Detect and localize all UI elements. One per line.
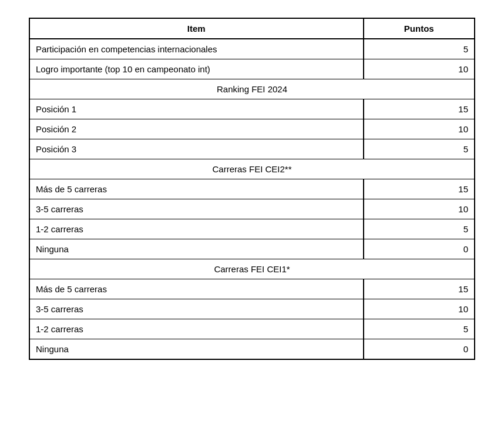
item-cell: Más de 5 carreras (29, 179, 364, 199)
header-puntos: Puntos (364, 18, 475, 39)
puntos-cell: 5 (364, 139, 475, 159)
table-row: Posición 35 (29, 139, 475, 159)
item-cell: 1-2 carreras (29, 219, 364, 239)
scoring-table: Item Puntos Participación en competencia… (29, 18, 475, 360)
puntos-cell: 10 (364, 199, 475, 219)
puntos-cell: 15 (364, 179, 475, 199)
section-header-cell: Carreras FEI CEI1* (29, 259, 475, 279)
item-cell: Más de 5 carreras (29, 279, 364, 299)
table-row: 3-5 carreras10 (29, 299, 475, 319)
table-row: Logro importante (top 10 en campeonato i… (29, 59, 475, 79)
item-cell: Ninguna (29, 239, 364, 259)
item-cell: Posición 3 (29, 139, 364, 159)
puntos-cell: 10 (364, 59, 475, 79)
table-row: Más de 5 carreras15 (29, 179, 475, 199)
item-cell: Participación en competencias internacio… (29, 39, 364, 59)
item-cell: Ninguna (29, 339, 364, 360)
table-row: 1-2 carreras5 (29, 319, 475, 339)
puntos-cell: 0 (364, 239, 475, 259)
item-cell: Posición 2 (29, 119, 364, 139)
puntos-cell: 15 (364, 99, 475, 119)
puntos-cell: 0 (364, 339, 475, 360)
item-cell: Posición 1 (29, 99, 364, 119)
table-container: Item Puntos Participación en competencia… (29, 18, 475, 360)
section-header-row: Carreras FEI CEI2** (29, 159, 475, 179)
section-header-cell: Ranking FEI 2024 (29, 79, 475, 99)
item-cell: Logro importante (top 10 en campeonato i… (29, 59, 364, 79)
section-header-cell: Carreras FEI CEI2** (29, 159, 475, 179)
table-row: Posición 210 (29, 119, 475, 139)
table-row: Ninguna0 (29, 239, 475, 259)
table-row: Posición 115 (29, 99, 475, 119)
puntos-cell: 5 (364, 219, 475, 239)
puntos-cell: 5 (364, 39, 475, 59)
item-cell: 1-2 carreras (29, 319, 364, 339)
section-header-row: Carreras FEI CEI1* (29, 259, 475, 279)
table-row: Ninguna0 (29, 339, 475, 360)
section-header-row: Ranking FEI 2024 (29, 79, 475, 99)
table-row: Más de 5 carreras15 (29, 279, 475, 299)
puntos-cell: 15 (364, 279, 475, 299)
puntos-cell: 10 (364, 119, 475, 139)
header-item: Item (29, 18, 364, 39)
item-cell: 3-5 carreras (29, 199, 364, 219)
item-cell: 3-5 carreras (29, 299, 364, 319)
table-row: Participación en competencias internacio… (29, 39, 475, 59)
table-row: 1-2 carreras5 (29, 219, 475, 239)
puntos-cell: 5 (364, 319, 475, 339)
table-row: 3-5 carreras10 (29, 199, 475, 219)
puntos-cell: 10 (364, 299, 475, 319)
